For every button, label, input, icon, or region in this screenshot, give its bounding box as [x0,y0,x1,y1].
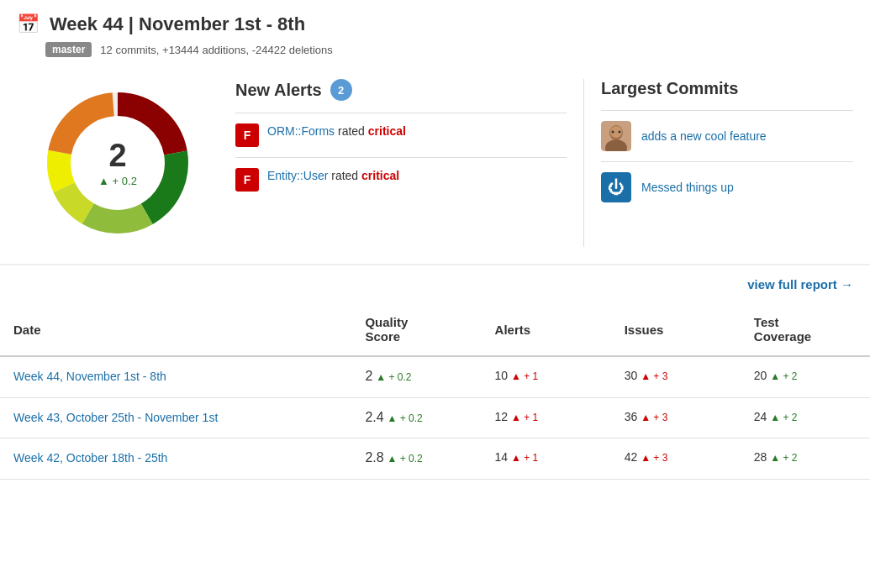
up-arrow-icon: ▲ [98,175,109,187]
issues-delta-0: ▲ + 3 [641,370,667,382]
alert-grade-1: F [235,123,259,147]
calendar-icon: 📅 [17,13,40,35]
commits-title: Largest Commits [601,79,853,98]
svg-point-12 [619,131,621,134]
top-section: 2 ▲ + 0.2 New Alerts 2 F ORM::Forms rate… [0,71,870,265]
cell-coverage-2: 28 ▲ + 2 [741,438,870,480]
alert-text-1: ORM::Forms rated critical [267,123,406,140]
col-header-date: Date [0,303,351,356]
table-row: Week 44, November 1st - 8th 2 ▲ + 0.2 10… [0,356,870,397]
page-title: Week 44 | November 1st - 8th [50,13,305,35]
alert-item-1: F ORM::Forms rated critical [235,113,567,157]
donut-delta: ▲ + 0.2 [98,175,137,187]
date-link-1[interactable]: Week 43, October 25th - November 1st [13,410,338,427]
cell-score-0: 2 ▲ + 0.2 [351,356,481,397]
table-row: Week 43, October 25th - November 1st 2.4… [0,397,870,438]
alert-item-2: F Entity::User rated critical [235,157,567,202]
date-link-0[interactable]: Week 44, November 1st - 8th [13,369,338,386]
coverage-delta-2: ▲ + 2 [770,452,797,464]
score-val-1: 2.4 [365,410,383,424]
data-table: Date QualityScore Alerts Issues TestCove… [0,303,870,480]
alerts-title: New Alerts [235,81,322,100]
view-full-report-link[interactable]: view full report [747,277,853,291]
score-val-2: 2.8 [365,450,383,465]
coverage-delta-1: ▲ + 2 [770,412,797,423]
alert-link-1[interactable]: ORM::Forms [267,124,335,138]
alert-suffix-2: rated [331,169,361,182]
cell-score-1: 2.4 ▲ + 0.2 [351,397,481,438]
view-report-row: view full report [0,265,870,303]
commit-avatar-1 [601,121,631,151]
cell-issues-2: 42 ▲ + 3 [611,438,741,480]
alert-grade-2: F [235,168,259,192]
issues-delta-2: ▲ + 3 [641,452,667,464]
cell-score-2: 2.8 ▲ + 0.2 [351,438,481,480]
cell-alerts-0: 10 ▲ + 1 [482,356,611,397]
branch-badge: master [45,42,92,57]
table-body: Week 44, November 1st - 8th 2 ▲ + 0.2 10… [0,356,870,479]
score-delta-1: ▲ + 0.2 [388,412,423,424]
alerts-delta-1: ▲ + 1 [511,412,538,423]
branch-info: 12 commits, +13444 additions, -24422 del… [100,44,332,56]
power-icon: ⏻ [601,172,631,202]
commit-link-1[interactable]: adds a new cool feature [641,129,767,143]
col-header-issues: Issues [611,303,741,356]
alerts-count: 2 [330,79,352,101]
score-delta-2: ▲ + 0.2 [388,453,423,465]
commit-item-2: ⏻ Messed things up [601,161,853,213]
table-header-row: Date QualityScore Alerts Issues TestCove… [0,303,870,356]
cell-issues-0: 30 ▲ + 3 [611,356,741,397]
commit-link-2[interactable]: Messed things up [641,181,734,194]
cell-coverage-0: 20 ▲ + 2 [741,356,870,397]
commit-avatar-2: ⏻ [601,172,631,202]
alerts-header: New Alerts 2 [235,79,567,101]
alert-suffix-1: rated [338,124,368,138]
branch-row: master 12 commits, +13444 additions, -24… [0,42,870,71]
donut-chart: 2 ▲ + 0.2 [17,79,219,247]
alert-text-2: Entity::User rated critical [267,168,399,185]
date-link-2[interactable]: Week 42, October 18th - 25th [13,450,338,467]
alert-rating-2: critical [361,169,399,182]
commit-item-1: adds a new cool feature [601,110,853,161]
col-header-alerts: Alerts [482,303,611,356]
commits-section: Largest Commits adds a new cool feature … [584,79,853,247]
alerts-delta-2: ▲ + 1 [511,452,538,464]
alert-rating-1: critical [368,124,406,138]
alerts-delta-0: ▲ + 1 [511,370,538,382]
avatar-photo-icon [601,121,631,151]
issues-delta-1: ▲ + 3 [641,412,667,423]
donut-score: 2 [98,139,137,171]
score-val-0: 2 [365,369,372,383]
cell-date-2: Week 42, October 18th - 25th [0,438,351,480]
donut-center: 2 ▲ + 0.2 [98,139,137,187]
cell-date-0: Week 44, November 1st - 8th [0,356,351,397]
alerts-section: New Alerts 2 F ORM::Forms rated critical… [219,79,584,247]
alert-link-2[interactable]: Entity::User [267,169,328,182]
svg-point-11 [612,131,614,134]
col-header-score: QualityScore [351,303,481,356]
coverage-delta-0: ▲ + 2 [770,370,797,382]
cell-alerts-2: 14 ▲ + 1 [482,438,611,480]
score-delta-0: ▲ + 0.2 [376,371,411,383]
cell-coverage-1: 24 ▲ + 2 [741,397,870,438]
col-header-coverage: TestCoverage [741,303,870,356]
cell-date-1: Week 43, October 25th - November 1st [0,397,351,438]
cell-issues-1: 36 ▲ + 3 [611,397,741,438]
table-row: Week 42, October 18th - 25th 2.8 ▲ + 0.2… [0,438,870,480]
page-header: 📅 Week 44 | November 1st - 8th [0,0,870,42]
cell-alerts-1: 12 ▲ + 1 [482,397,611,438]
